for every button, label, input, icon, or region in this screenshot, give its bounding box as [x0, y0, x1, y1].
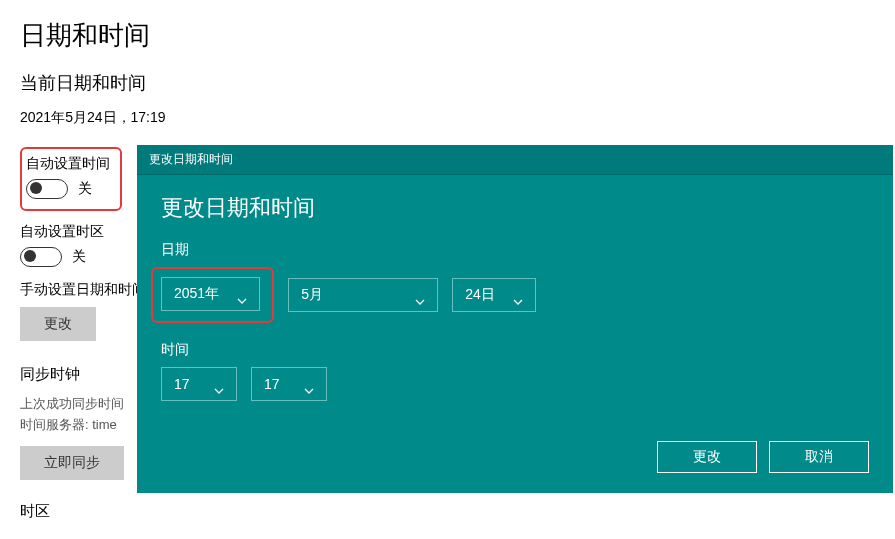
auto-time-highlight: 自动设置时间 关 [20, 147, 122, 211]
minute-value: 17 [264, 376, 280, 392]
dialog-cancel-button[interactable]: 取消 [769, 441, 869, 473]
chevron-down-icon [237, 291, 247, 297]
toggle-thumb [30, 182, 42, 194]
year-dropdown[interactable]: 2051年 [161, 277, 260, 311]
dialog-heading: 更改日期和时间 [161, 193, 869, 223]
hour-dropdown[interactable]: 17 [161, 367, 237, 401]
year-value: 2051年 [174, 285, 219, 303]
chevron-down-icon [304, 381, 314, 387]
auto-tz-state: 关 [72, 248, 86, 266]
dialog-titlebar: 更改日期和时间 [137, 145, 893, 175]
current-datetime-heading: 当前日期和时间 [20, 71, 875, 95]
auto-tz-toggle[interactable] [20, 247, 62, 267]
chevron-down-icon [415, 292, 425, 298]
change-button[interactable]: 更改 [20, 307, 96, 341]
year-highlight: 2051年 [151, 267, 274, 323]
minute-dropdown[interactable]: 17 [251, 367, 327, 401]
auto-time-state: 关 [78, 180, 92, 198]
sync-now-button[interactable]: 立即同步 [20, 446, 124, 480]
dialog-change-button[interactable]: 更改 [657, 441, 757, 473]
day-value: 24日 [465, 286, 495, 304]
timezone-heading: 时区 [20, 502, 875, 521]
chevron-down-icon [513, 292, 523, 298]
change-datetime-dialog: 更改日期和时间 更改日期和时间 日期 2051年 5月 24日 时间 [137, 145, 893, 493]
time-label: 时间 [161, 341, 869, 359]
month-dropdown[interactable]: 5月 [288, 278, 438, 312]
toggle-thumb [24, 250, 36, 262]
page-title: 日期和时间 [20, 18, 875, 53]
auto-time-toggle[interactable] [26, 179, 68, 199]
current-datetime: 2021年5月24日，17:19 [20, 109, 875, 127]
hour-value: 17 [174, 376, 190, 392]
chevron-down-icon [214, 381, 224, 387]
month-value: 5月 [301, 286, 323, 304]
day-dropdown[interactable]: 24日 [452, 278, 536, 312]
date-label: 日期 [161, 241, 869, 259]
auto-time-label: 自动设置时间 [26, 155, 110, 173]
